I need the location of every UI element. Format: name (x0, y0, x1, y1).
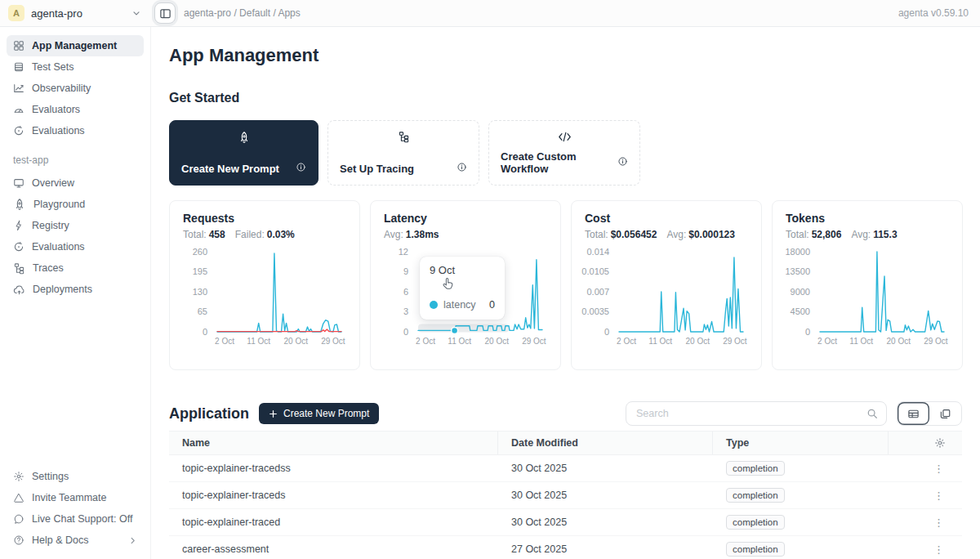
cost-chart[interactable]: 2 Oct11 Oct20 Oct29 Oct (614, 250, 748, 348)
column-header-date-modified[interactable]: Date Modified (498, 432, 713, 454)
requests-chart[interactable]: 2 Oct11 Oct20 Oct29 Oct (212, 250, 346, 348)
column-settings[interactable] (889, 432, 962, 454)
column-header-name[interactable]: Name (169, 432, 498, 454)
sidebar-project-item-playground[interactable]: Playground (7, 194, 144, 215)
sidebar-item-live-chat-support-off[interactable]: Live Chat Support: Off (7, 508, 144, 530)
svg-text:2 Oct: 2 Oct (215, 337, 234, 346)
type-badge: completion (726, 461, 785, 476)
svg-text:29 Oct: 29 Oct (723, 337, 747, 346)
metric-card-cost: CostTotal:$0.056452Avg:$0.0001230.0140.0… (571, 200, 762, 370)
grid-icon (13, 40, 24, 51)
cell-type: completion (713, 515, 889, 530)
svg-text:29 Oct: 29 Oct (321, 337, 345, 346)
y-tick-label: 3 (403, 306, 408, 316)
svg-text:11 Oct: 11 Oct (648, 337, 672, 346)
row-menu-button[interactable]: ⋮ (889, 490, 962, 502)
applications-table: NameDate ModifiedType topic-explainer-tr… (169, 431, 962, 559)
sidebar-project-item-overview[interactable]: Overview (7, 172, 144, 194)
sidebar-item-help-docs[interactable]: Help & Docs (7, 530, 144, 551)
cell-type: completion (713, 461, 889, 476)
table-row[interactable]: topic-explainer-tracedss30 Oct 2025compl… (169, 455, 962, 482)
sidebar-project-item-evaluations[interactable]: Evaluations (7, 236, 144, 257)
svg-text:29 Oct: 29 Oct (522, 337, 546, 346)
row-menu-button[interactable]: ⋮ (889, 463, 962, 475)
mouse-cursor (441, 277, 455, 295)
table-row[interactable]: topic-explainer-traced30 Oct 2025complet… (169, 509, 962, 536)
tooltip-series-name: latency (443, 299, 476, 311)
type-badge: completion (726, 515, 785, 530)
get-started-title: Get Started (169, 91, 962, 105)
monitor-icon (13, 177, 24, 189)
table-row[interactable]: topic-explainer-traceds30 Oct 2025comple… (169, 482, 962, 509)
sidebar-item-evaluators[interactable]: Evaluators (7, 99, 144, 120)
cell-name: career-assessment (169, 543, 498, 555)
metric-card-latency: LatencyAvg:1.38ms1296302 Oct11 Oct20 Oct… (370, 200, 561, 370)
kebab-menu-icon: ⋮ (933, 490, 944, 502)
create-new-prompt-button[interactable]: Create New Prompt (259, 403, 379, 424)
kebab-menu-icon: ⋮ (933, 463, 944, 475)
y-tick-label: 0.007 (586, 287, 609, 297)
sidebar-item-invite-teammate[interactable]: Invite Teammate (7, 487, 144, 508)
info-icon[interactable] (457, 162, 467, 175)
tokens-chart[interactable]: 2 Oct11 Oct20 Oct29 Oct (815, 250, 949, 348)
sidebar-project-item-registry[interactable]: Registry (7, 215, 144, 236)
column-header-type[interactable]: Type (713, 432, 889, 454)
table-view-icon (907, 408, 920, 420)
svg-text:11 Oct: 11 Oct (448, 337, 471, 346)
tooltip-series-value: 0 (489, 299, 495, 311)
info-icon[interactable] (617, 156, 628, 169)
sidebar-item-app-management[interactable]: App Management (7, 35, 144, 56)
get-started-cards: Create New PromptSet Up TracingCreate Cu… (169, 120, 962, 186)
y-tick-label: 0 (604, 327, 609, 337)
card-set-up-tracing[interactable]: Set Up Tracing (327, 120, 479, 186)
main-content: App Management Get Started Create New Pr… (151, 27, 980, 559)
lightning-icon (13, 220, 24, 231)
sidebar-main-nav: App ManagementTest SetsObservabilityEval… (7, 35, 144, 141)
chart-tooltip: 9 Octlatency0 (420, 257, 505, 320)
breadcrumb[interactable]: agenta-pro / Default / Apps (184, 7, 301, 19)
card-create-new-prompt[interactable]: Create New Prompt (169, 120, 318, 186)
y-axis: 260195130650 (183, 250, 212, 335)
sidebar-project-item-deployments[interactable]: Deployments (7, 279, 144, 300)
y-tick-label: 260 (193, 247, 207, 257)
sidebar-item-evaluations[interactable]: Evaluations (7, 120, 144, 141)
card-create-custom-workflow[interactable]: Create Custom Workflow (488, 120, 640, 186)
sidebar-project-item-traces[interactable]: Traces (7, 257, 144, 279)
y-tick-label: 13500 (785, 266, 810, 276)
org-avatar: A (8, 5, 24, 21)
metric-stats: Total:52,806Avg:115.3 (786, 229, 949, 240)
chat-icon (13, 513, 24, 525)
card-label: Create Custom Workflow (501, 150, 617, 175)
metric-stats: Avg:1.38ms (384, 229, 547, 240)
table-body: topic-explainer-tracedss30 Oct 2025compl… (169, 455, 962, 559)
table-row[interactable]: career-assessment27 Oct 2025completion⋮ (169, 536, 962, 559)
search-input[interactable] (635, 407, 866, 420)
sidebar-item-label: Invite Teammate (32, 492, 106, 503)
sidebar-item-observability[interactable]: Observability (7, 78, 144, 99)
cell-type: completion (713, 488, 889, 503)
stat: Total:458 (183, 229, 225, 240)
cell-date-modified: 27 Oct 2025 (498, 543, 713, 555)
sidebar-item-test-sets[interactable]: Test Sets (7, 56, 144, 78)
table-view-button[interactable] (898, 402, 929, 425)
y-tick-label: 195 (193, 266, 207, 276)
svg-text:20 Oct: 20 Oct (284, 337, 309, 346)
test-sets-icon (13, 61, 24, 73)
org-switcher[interactable]: A agenta-pro (0, 5, 151, 21)
collapse-sidebar-button[interactable] (154, 2, 176, 24)
info-icon[interactable] (296, 162, 306, 175)
y-tick-label: 6 (403, 287, 408, 297)
kebab-menu-icon: ⋮ (933, 543, 944, 556)
view-toggle (897, 401, 962, 426)
code-icon (501, 131, 628, 143)
row-menu-button[interactable]: ⋮ (889, 517, 962, 529)
card-view-button[interactable] (929, 402, 961, 425)
search-icon[interactable] (866, 408, 878, 419)
sidebar-item-settings[interactable]: Settings (7, 466, 144, 487)
cell-date-modified: 30 Oct 2025 (498, 517, 713, 528)
sidebar: App ManagementTest SetsObservabilityEval… (0, 27, 151, 559)
metric-card-tokens: TokensTotal:52,806Avg:115.31800013500900… (772, 200, 963, 370)
row-menu-button[interactable]: ⋮ (889, 543, 962, 556)
tree-icon (340, 131, 467, 143)
y-tick-label: 0 (403, 327, 408, 337)
